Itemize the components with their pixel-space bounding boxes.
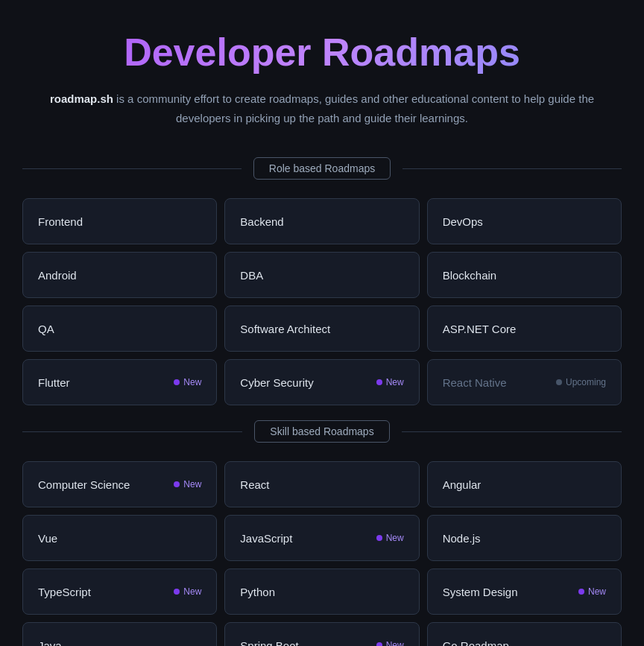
- card-go-roadmap[interactable]: Go Roadmap: [427, 622, 622, 646]
- new-dot-icon: [376, 642, 382, 646]
- badge-new-javascript: New: [376, 533, 404, 543]
- card-label-software-architect: Software Architect: [240, 323, 330, 335]
- badge-new-label: New: [386, 377, 404, 387]
- card-label-spring-boot: Spring Boot: [240, 639, 298, 647]
- card-label-backend: Backend: [240, 215, 283, 228]
- card-system-design[interactable]: System DesignNew: [427, 569, 622, 615]
- card-backend[interactable]: Backend: [224, 198, 419, 244]
- section-label-role-based: Role based Roadmaps: [253, 157, 391, 180]
- badge-new-system-design: New: [578, 586, 606, 597]
- card-label-react: React: [240, 478, 269, 491]
- card-devops[interactable]: DevOps: [427, 198, 622, 244]
- card-qa[interactable]: QA: [22, 305, 217, 352]
- card-label-angular: Angular: [443, 478, 482, 491]
- card-label-aspnet-core: ASP.NET Core: [443, 323, 517, 335]
- badge-new-label: New: [588, 586, 606, 597]
- card-label-qa: QA: [38, 323, 54, 335]
- badge-new-label: New: [183, 586, 201, 597]
- new-dot-icon: [376, 535, 382, 541]
- card-label-vue: Vue: [38, 532, 57, 545]
- card-label-python: Python: [240, 586, 275, 598]
- roadmap-grid-skill-based: Computer ScienceNewReactAngularVueJavaSc…: [22, 461, 622, 646]
- card-vue[interactable]: Vue: [22, 515, 217, 561]
- card-label-system-design: System Design: [443, 586, 518, 598]
- card-react[interactable]: React: [224, 461, 419, 507]
- badge-new-computer-science: New: [174, 479, 201, 490]
- upcoming-dot-icon: [556, 379, 562, 385]
- card-aspnet-core[interactable]: ASP.NET Core: [427, 305, 622, 352]
- card-label-java: Java: [38, 639, 62, 647]
- card-spring-boot[interactable]: Spring BootNew: [224, 622, 419, 646]
- card-nodejs[interactable]: Node.js: [427, 515, 622, 561]
- card-label-blockchain: Blockchain: [443, 269, 497, 282]
- card-react-native[interactable]: React NativeUpcoming: [427, 359, 622, 405]
- brand-name: roadmap.sh: [50, 92, 113, 105]
- badge-new-label: New: [386, 640, 404, 646]
- card-frontend[interactable]: Frontend: [22, 198, 217, 244]
- roadmap-grid-role-based: FrontendBackendDevOpsAndroidDBABlockchai…: [22, 198, 622, 405]
- new-dot-icon: [174, 481, 180, 487]
- card-blockchain[interactable]: Blockchain: [427, 252, 622, 298]
- card-android[interactable]: Android: [22, 252, 217, 298]
- new-dot-icon: [174, 379, 180, 385]
- card-label-javascript: JavaScript: [240, 532, 292, 545]
- card-label-typescript: TypeScript: [38, 586, 91, 598]
- card-label-cyber-security: Cyber Security: [240, 376, 313, 389]
- card-cyber-security[interactable]: Cyber SecurityNew: [224, 359, 419, 405]
- badge-upcoming-react-native: Upcoming: [556, 377, 606, 387]
- new-dot-icon: [174, 589, 180, 595]
- badge-new-typescript: New: [174, 586, 201, 597]
- section-label-skill-based: Skill based Roadmaps: [254, 420, 389, 443]
- section-divider-skill-based: Skill based Roadmaps: [22, 420, 622, 443]
- card-label-computer-science: Computer Science: [38, 478, 130, 491]
- section-divider-role-based: Role based Roadmaps: [22, 157, 622, 180]
- new-dot-icon: [376, 379, 382, 385]
- card-python[interactable]: Python: [224, 569, 419, 615]
- badge-new-spring-boot: New: [376, 640, 404, 646]
- card-label-frontend: Frontend: [38, 215, 83, 228]
- hero-description: roadmap.sh is a community effort to crea…: [39, 89, 605, 127]
- card-label-devops: DevOps: [443, 215, 483, 228]
- card-label-go-roadmap: Go Roadmap: [443, 639, 509, 647]
- card-label-android: Android: [38, 269, 77, 282]
- card-software-architect[interactable]: Software Architect: [224, 305, 419, 352]
- card-flutter[interactable]: FlutterNew: [22, 359, 217, 405]
- hero-description-text: is a community effort to create roadmaps…: [113, 92, 594, 124]
- page-title: Developer Roadmaps: [22, 30, 622, 75]
- badge-new-label: New: [183, 479, 201, 490]
- card-angular[interactable]: Angular: [427, 461, 622, 507]
- badge-new-flutter: New: [174, 377, 201, 387]
- card-typescript[interactable]: TypeScriptNew: [22, 569, 217, 615]
- card-java[interactable]: Java: [22, 622, 217, 646]
- sections-container: Role based RoadmapsFrontendBackendDevOps…: [22, 157, 622, 646]
- badge-new-label: New: [183, 377, 201, 387]
- card-dba[interactable]: DBA: [224, 252, 419, 298]
- card-label-nodejs: Node.js: [443, 532, 481, 545]
- card-label-react-native: React Native: [443, 376, 507, 389]
- card-label-flutter: Flutter: [38, 376, 70, 389]
- new-dot-icon: [578, 589, 584, 595]
- badge-upcoming-label: Upcoming: [566, 377, 606, 387]
- card-label-dba: DBA: [240, 269, 263, 282]
- page-container: Developer Roadmaps roadmap.sh is a commu…: [0, 0, 644, 646]
- card-javascript[interactable]: JavaScriptNew: [224, 515, 419, 561]
- badge-new-label: New: [386, 533, 404, 543]
- badge-new-cyber-security: New: [376, 377, 404, 387]
- card-computer-science[interactable]: Computer ScienceNew: [22, 461, 217, 507]
